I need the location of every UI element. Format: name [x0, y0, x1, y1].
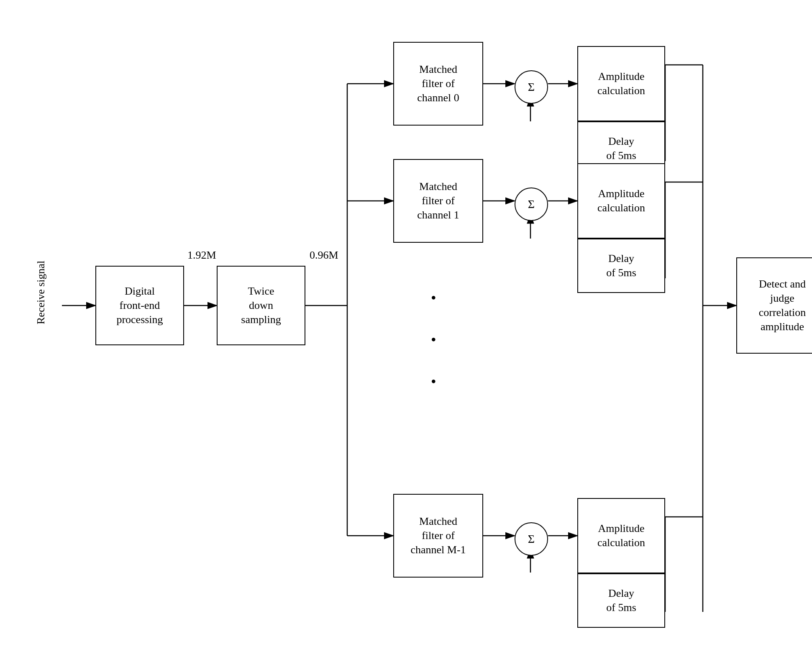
detect-judge-block: Detect and judge correlation amplitude [736, 257, 812, 354]
sigma-ch1-circle: Σ [515, 187, 548, 221]
freq-192-label: 1.92M [187, 249, 216, 262]
delay-chM-block: Delay of 5ms [577, 573, 665, 628]
digital-frontend-block: Digital front-end processing [95, 266, 184, 345]
delay-ch1-block: Delay of 5ms [577, 239, 665, 293]
dots-label: • [431, 285, 436, 312]
receive-signal-label: Receive signal [35, 274, 47, 324]
freq-096-label: 0.96M [310, 249, 338, 262]
dots-label3: • [431, 368, 436, 395]
sigma-ch0-circle: Σ [515, 70, 548, 104]
matched-chM-block: Matched filter of channel M-1 [393, 494, 483, 578]
diagram-container: Receive signal Digital front-end process… [0, 0, 812, 660]
matched-ch1-block: Matchedfilter ofchannel 1 [393, 159, 483, 243]
amp-calc-chM-block: Amplitude calculation [577, 498, 665, 573]
sigma-chM-circle: Σ [515, 522, 548, 556]
amp-calc-ch0-block: Amplitude calculation [577, 46, 665, 121]
amp-calc-ch1-block: Amplitude calculation [577, 163, 665, 239]
dots-label2: • [431, 326, 436, 354]
matched-ch0-block: Matched filter of channel 0 [393, 42, 483, 126]
twice-down-block: Twice down sampling [217, 266, 305, 345]
